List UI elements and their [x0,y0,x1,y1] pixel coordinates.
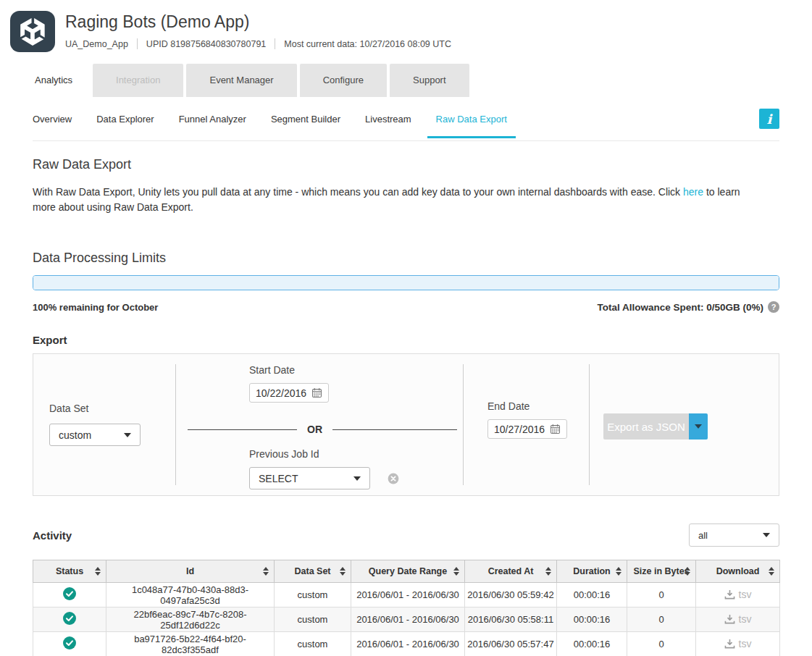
start-date-value: 10/22/2016 [256,387,306,399]
app-upid: UPID 8198756840830780791 [146,39,266,49]
divider-line [188,429,297,430]
data-set-select[interactable]: custom [49,424,141,446]
subtab-livestream[interactable]: Livestream [365,114,411,125]
previous-job-id-select[interactable]: SELECT [249,467,370,489]
raw-data-export-heading: Raw Data Export [33,157,779,172]
column-header-query-date-range[interactable]: Query Date Range [351,560,465,583]
subtab-raw-data-export[interactable]: Raw Data Export [436,114,507,125]
data-set-cell: custom [275,583,351,607]
sort-icon[interactable] [769,567,774,576]
end-date-input[interactable]: 10/27/2016 [487,419,567,439]
export-as-json-button[interactable]: Export as JSON [603,413,689,440]
help-icon[interactable]: ? [768,301,779,313]
unity-logo-icon [10,11,55,52]
app-id: UA_Demo_App [65,39,128,49]
calendar-icon[interactable] [550,424,561,434]
query-date-range-cell: 2016/06/01 - 2016/06/30 [351,583,465,607]
sort-icon[interactable] [453,567,459,576]
or-label: OR [307,424,322,435]
activity-filter-value: all [698,530,708,541]
download-icon [724,639,735,649]
status-cell [33,607,106,632]
tab-support[interactable]: Support [390,64,469,97]
export-format-dropdown-button[interactable] [689,413,708,440]
previous-job-id-label: Previous Job Id [249,448,319,460]
success-check-icon [63,636,76,649]
data-set-cell: custom [275,632,351,656]
learn-more-link[interactable]: here [683,186,703,198]
created-at-cell: 2016/06/30 05:57:47 [465,632,557,656]
unity-cube-icon [19,18,46,46]
download-icon [724,589,735,600]
download-icon [724,614,735,624]
allowance-progress-bar [33,275,779,290]
progress-fill [33,276,779,290]
start-date-label: Start Date [249,364,295,376]
activity-heading: Activity [33,529,72,542]
column-header-created-at[interactable]: Created At [465,560,557,583]
sort-icon[interactable] [95,567,101,576]
panel-divider [175,364,176,485]
intro-text-before: With Raw Data Export, Unity lets you pul… [33,186,683,198]
column-header-status[interactable]: Status [33,560,106,583]
data-processing-limits-heading: Data Processing Limits [33,251,779,266]
panel-divider [463,364,464,485]
data-set-cell: custom [275,607,351,632]
chevron-down-icon [124,433,131,437]
or-divider: OR [188,424,457,435]
column-header-download[interactable]: Download [696,560,780,583]
download-cell: tsv [696,583,780,607]
previous-job-id-value: SELECT [259,473,298,484]
column-header-data-set[interactable]: Data Set [275,560,351,583]
download-tsv-link[interactable]: tsv [724,638,752,649]
tab-configure[interactable]: Configure [300,64,387,97]
sort-icon[interactable] [340,567,346,576]
app-header: Raging Bots (Demo App) UA_Demo_App UPID … [0,0,812,52]
remaining-label: 100% remaining for October [33,302,158,313]
page-title: Raging Bots (Demo App) [65,12,451,32]
query-date-range-cell: 2016/06/01 - 2016/06/30 [351,632,465,656]
end-date-label: End Date [487,400,530,412]
column-header-id[interactable]: Id [106,560,275,583]
column-header-size-in-bytes[interactable]: Size in Bytes [627,560,696,583]
info-icon[interactable]: i [759,109,779,129]
start-date-input[interactable]: 10/22/2016 [249,383,329,403]
created-at-cell: 2016/06/30 05:59:42 [465,583,557,607]
download-tsv-link[interactable]: tsv [724,589,752,600]
column-header-duration[interactable]: Duration [557,560,627,583]
size-cell: 0 [627,632,696,656]
clear-selection-icon[interactable] [388,473,399,484]
sort-icon[interactable] [685,567,690,576]
analytics-subtab-bar: Overview Data Explorer Funnel Analyzer S… [33,109,779,141]
query-date-range-cell: 2016/06/01 - 2016/06/30 [351,607,465,632]
sort-icon[interactable] [545,567,551,576]
limits-labels-row: 100% remaining for October Total Allowan… [33,301,779,313]
duration-cell: 00:00:16 [557,583,627,607]
success-check-icon [63,587,76,600]
chevron-down-icon [353,476,361,481]
divider [275,38,275,49]
success-check-icon [63,612,76,625]
subtab-overview[interactable]: Overview [33,114,72,125]
subtab-data-explorer[interactable]: Data Explorer [96,114,154,125]
allowance-spent: Total Allowance Spent: 0/50GB (0%) ? [597,301,779,313]
table-row: ba971726-5b22-4f64-bf20-82dc3f355adf cus… [33,632,780,656]
chevron-down-icon [695,424,702,429]
export-split-button: Export as JSON [603,413,708,440]
download-tsv-link[interactable]: tsv [724,613,752,625]
allowance-label: Total Allowance Spent: 0/50GB (0%) [597,302,763,313]
created-at-cell: 2016/06/30 05:58:11 [465,607,557,632]
sort-icon[interactable] [263,567,269,576]
tab-integration[interactable]: Integration [93,64,183,97]
size-cell: 0 [627,607,696,632]
tab-event-manager[interactable]: Event Manager [186,64,296,97]
status-cell [33,632,106,656]
subtab-segment-builder[interactable]: Segment Builder [271,114,340,125]
app-subtitle: UA_Demo_App UPID 8198756840830780791 Mos… [65,38,451,49]
tab-analytics[interactable]: Analytics [17,64,90,97]
subtab-funnel-analyzer[interactable]: Funnel Analyzer [179,114,246,125]
calendar-icon[interactable] [311,387,322,398]
sort-icon[interactable] [616,567,621,576]
data-set-value: custom [59,429,91,441]
activity-filter-select[interactable]: all [689,523,779,547]
